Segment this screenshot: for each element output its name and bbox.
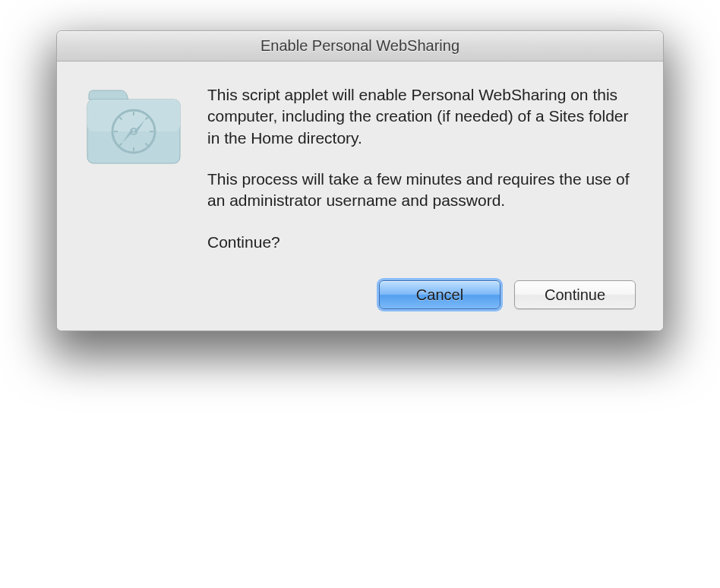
icon-area	[84, 84, 183, 253]
button-row: Cancel Continue	[57, 274, 663, 330]
cancel-button[interactable]: Cancel	[379, 280, 501, 309]
titlebar: Enable Personal WebSharing	[57, 31, 663, 62]
message-paragraph-2: This process will take a few minutes and…	[207, 169, 636, 212]
message-paragraph-3: Continue?	[207, 232, 636, 253]
message-paragraph-1: This script applet will enable Personal …	[207, 84, 636, 149]
dialog-window: Enable Personal WebSharing	[56, 30, 664, 331]
dialog-content: This script applet will enable Personal …	[57, 62, 663, 274]
dialog-title: Enable Personal WebSharing	[261, 37, 459, 55]
sites-folder-icon	[84, 87, 183, 163]
continue-button[interactable]: Continue	[514, 280, 636, 309]
message-text: This script applet will enable Personal …	[207, 84, 636, 253]
